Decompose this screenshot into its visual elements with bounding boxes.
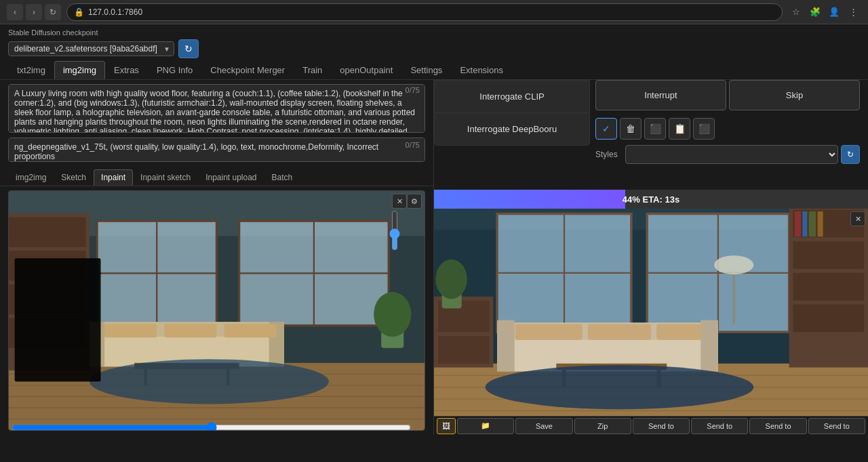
- icon-button-check[interactable]: ✓: [595, 118, 617, 140]
- brush-size-slider[interactable]: [368, 210, 422, 251]
- positive-prompt-section: A Luxury living room with high quality w…: [0, 80, 433, 136]
- tab-img2img[interactable]: img2img: [54, 61, 105, 79]
- left-column: A Luxury living room with high quality w…: [0, 80, 434, 435]
- reload-button[interactable]: ↻: [45, 4, 61, 20]
- tab-txt2img[interactable]: txt2img: [8, 61, 54, 79]
- svg-rect-57: [802, 211, 807, 236]
- subtab-inpaint[interactable]: Inpaint: [94, 169, 133, 186]
- canvas-area: ✕ ⚙: [8, 190, 425, 431]
- svg-rect-59: [818, 211, 823, 236]
- positive-prompt-input[interactable]: A Luxury living room with high quality w…: [8, 84, 425, 133]
- svg-point-73: [486, 365, 754, 409]
- profile-icon[interactable]: 👤: [826, 4, 842, 20]
- output-close-button[interactable]: ✕: [850, 211, 865, 226]
- subtab-inpaint-sketch[interactable]: Inpaint sketch: [133, 169, 198, 186]
- svg-rect-58: [809, 211, 816, 236]
- svg-rect-65: [497, 320, 515, 372]
- tab-settings[interactable]: Settings: [401, 61, 451, 79]
- tab-png-info[interactable]: PNG Info: [148, 61, 201, 79]
- url-text: 127.0.0.1:7860: [88, 7, 142, 17]
- extensions-icon[interactable]: 🧩: [807, 4, 823, 20]
- styles-label: Styles: [595, 150, 623, 159]
- svg-point-31: [90, 359, 329, 404]
- folder-icon: 📁: [481, 421, 490, 430]
- styles-select[interactable]: [625, 145, 838, 164]
- tab-extensions[interactable]: Extensions: [451, 61, 512, 79]
- icon-button-copy[interactable]: 📋: [669, 118, 690, 140]
- svg-point-33: [374, 292, 411, 337]
- icon-button-trash[interactable]: 🗑: [620, 118, 642, 140]
- tab-train[interactable]: Train: [294, 61, 331, 79]
- send-to-label-2: Send to: [707, 422, 732, 430]
- interrupt-skip-panel: Interrupt Skip: [595, 80, 860, 110]
- output-image: [434, 209, 868, 416]
- tab-openoutpaint[interactable]: openOutpaint: [331, 61, 401, 79]
- svg-rect-62: [438, 336, 490, 364]
- checkpoint-refresh-button[interactable]: ↻: [178, 39, 199, 58]
- styles-refresh-button[interactable]: ↻: [841, 145, 860, 164]
- progress-bar: 44% ETA: 13s: [434, 190, 868, 209]
- icon-button-color[interactable]: ⬛: [644, 118, 666, 140]
- output-send-to-button-2[interactable]: Send to: [691, 418, 748, 434]
- svg-rect-56: [795, 211, 801, 236]
- svg-rect-54: [793, 273, 864, 301]
- img2img-sub-tabs: img2img Sketch Inpaint Inpaint sketch In…: [0, 167, 433, 186]
- svg-rect-25: [104, 324, 157, 337]
- tab-extras[interactable]: Extras: [105, 61, 148, 79]
- subtab-inpaint-upload[interactable]: Inpaint upload: [198, 169, 264, 186]
- refresh-icon: ↻: [184, 43, 193, 54]
- svg-rect-27: [224, 324, 277, 337]
- interrogate-clip-button[interactable]: Interrogate CLIP: [435, 81, 589, 113]
- canvas-settings-button[interactable]: ⚙: [407, 194, 422, 209]
- canvas-reset-button[interactable]: ✕: [392, 194, 407, 209]
- save-label: Save: [536, 422, 553, 430]
- checkpoint-select[interactable]: deliberate_v2.safetensors [9aba26abdf]: [8, 41, 174, 56]
- output-send-to-button-1[interactable]: Send to: [633, 418, 690, 434]
- menu-icon[interactable]: ⋮: [845, 4, 861, 20]
- svg-rect-68: [588, 324, 651, 339]
- brush-size-control: [368, 210, 422, 251]
- back-button[interactable]: ‹: [7, 4, 23, 20]
- svg-rect-69: [656, 324, 701, 339]
- top-tab-bar: txt2img img2img Extras PNG Info Checkpoi…: [0, 61, 868, 80]
- subtab-sketch[interactable]: Sketch: [54, 169, 94, 186]
- send-to-label-3: Send to: [766, 422, 791, 430]
- icon-button-black[interactable]: ⬛: [693, 118, 715, 140]
- inpaint-canvas-image[interactable]: [9, 191, 425, 430]
- subtab-img2img[interactable]: img2img: [8, 169, 54, 186]
- svg-point-77: [714, 255, 753, 274]
- canvas-settings-wrapper: ⚙: [407, 194, 422, 209]
- interrogate-deepbooru-button[interactable]: Interrogate DeepBooru: [435, 113, 589, 145]
- checkpoint-label: Stable Diffusion checkpoint: [8, 28, 860, 37]
- output-send-to-button-4[interactable]: Send to: [808, 418, 865, 434]
- address-bar[interactable]: 🔒 127.0.0.1:7860: [66, 3, 783, 21]
- svg-rect-53: [793, 241, 864, 269]
- interrupt-button[interactable]: Interrupt: [595, 80, 726, 110]
- tab-checkpoint-merger[interactable]: Checkpoint Merger: [201, 61, 294, 79]
- browser-bar: ‹ › ↻ 🔒 127.0.0.1:7860 ☆ 🧩 👤 ⋮: [0, 0, 868, 24]
- svg-rect-66: [701, 320, 718, 372]
- output-save-button[interactable]: Save: [515, 418, 572, 434]
- nav-buttons: ‹ › ↻: [7, 4, 61, 20]
- output-thumbnail-button[interactable]: 🖼: [437, 418, 456, 434]
- output-zip-button[interactable]: Zip: [574, 418, 631, 434]
- lock-icon: 🔒: [74, 7, 84, 17]
- thumbnail-icon: 🖼: [442, 421, 450, 431]
- canvas-toolbar: ✕: [392, 194, 407, 209]
- canvas-scroll-slider[interactable]: [12, 425, 411, 430]
- svg-rect-26: [164, 324, 216, 337]
- icon-buttons-panel: ✓ 🗑 ⬛ 📋 ⬛: [595, 118, 715, 140]
- svg-rect-55: [793, 304, 864, 332]
- forward-button[interactable]: ›: [26, 4, 42, 20]
- negative-prompt-input[interactable]: ng_deepnegative_v1_75t, (worst quality, …: [8, 138, 425, 162]
- subtab-batch[interactable]: Batch: [264, 169, 300, 186]
- svg-rect-67: [515, 324, 583, 339]
- positive-prompt-counter: 0/75: [403, 85, 422, 95]
- browser-actions: ☆ 🧩 👤 ⋮: [788, 4, 861, 20]
- output-folder-button[interactable]: 📁: [457, 418, 514, 434]
- checkpoint-select-wrapper: deliberate_v2.safetensors [9aba26abdf] ▼: [8, 41, 174, 56]
- svg-rect-17: [9, 217, 85, 247]
- bookmark-icon[interactable]: ☆: [788, 4, 804, 20]
- output-send-to-button-3[interactable]: Send to: [749, 418, 806, 434]
- skip-button[interactable]: Skip: [729, 80, 860, 110]
